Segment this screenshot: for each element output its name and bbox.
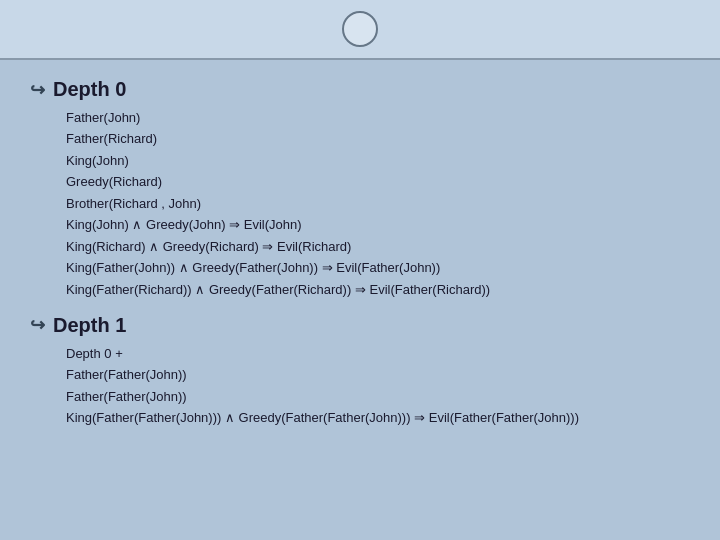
list-item: King(Father(John)) ∧ Greedy(Father(John)… — [66, 257, 690, 278]
depth0-header: ↪ Depth 0 — [30, 78, 690, 101]
content-area: ↪ Depth 0 Father(John) Father(Richard) K… — [0, 60, 720, 540]
list-item: Depth 0 + — [66, 343, 690, 364]
depth1-items: Depth 0 + Father(Father(John)) Father(Fa… — [30, 343, 690, 429]
list-item: Father(John) — [66, 107, 690, 128]
list-item: King(Father(Richard)) ∧ Greedy(Father(Ri… — [66, 279, 690, 300]
depth1-title: Depth 1 — [53, 314, 126, 337]
list-item: Father(Father(John)) — [66, 364, 690, 385]
depth1-arrow-icon: ↪ — [30, 314, 45, 336]
depth0-arrow-icon: ↪ — [30, 79, 45, 101]
list-item: Brother(Richard , John) — [66, 193, 690, 214]
slide-container: ↪ Depth 0 Father(John) Father(Richard) K… — [0, 0, 720, 540]
depth1-section: ↪ Depth 1 Depth 0 + Father(Father(John))… — [30, 314, 690, 429]
list-item: Father(Father(John)) — [66, 386, 690, 407]
list-item: Greedy(Richard) — [66, 171, 690, 192]
list-item: King(John) ∧ Greedy(John) ⇒ Evil(John) — [66, 214, 690, 235]
list-item: King(Father(Father(John))) ∧ Greedy(Fath… — [66, 407, 690, 428]
depth0-section: ↪ Depth 0 Father(John) Father(Richard) K… — [30, 78, 690, 300]
depth1-header: ↪ Depth 1 — [30, 314, 690, 337]
list-item: King(John) — [66, 150, 690, 171]
top-bar — [0, 0, 720, 60]
list-item: King(Richard) ∧ Greedy(Richard) ⇒ Evil(R… — [66, 236, 690, 257]
depth0-items: Father(John) Father(Richard) King(John) … — [30, 107, 690, 300]
depth0-title: Depth 0 — [53, 78, 126, 101]
list-item: Father(Richard) — [66, 128, 690, 149]
circle-icon — [342, 11, 378, 47]
